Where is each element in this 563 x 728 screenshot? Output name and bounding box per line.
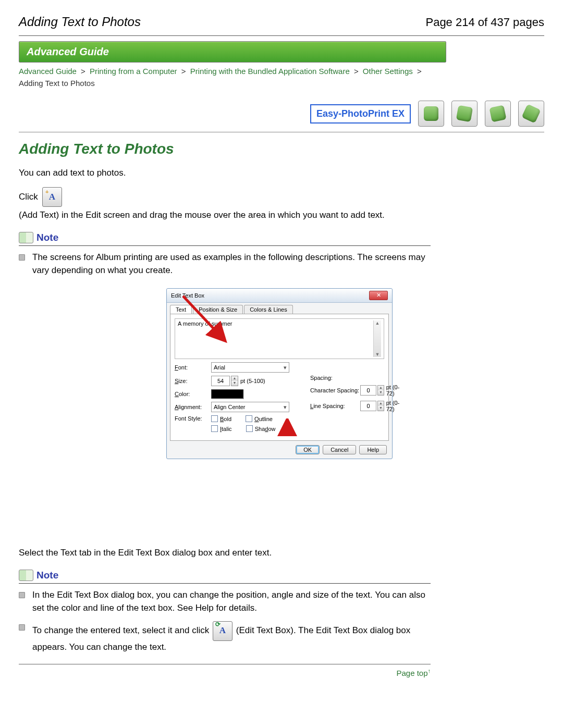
easy-photoprint-ex-badge: Easy-PhotoPrint EX [310,104,411,124]
breadcrumb-other-settings[interactable]: Other Settings [363,67,413,76]
note-title: Note [36,232,58,243]
chevron-down-icon: ▾ [284,404,287,411]
size-label: Size: [175,378,211,384]
scroll-down-icon[interactable]: ▼ [375,352,380,357]
breadcrumb-printing-from-computer[interactable]: Printing from a Computer [90,67,177,76]
chevron-right-icon: > [79,67,88,76]
chevron-down-icon: ▾ [284,364,287,371]
top-rule [19,35,544,36]
decorative-tile-icon [485,101,511,127]
chevron-right-icon: > [415,67,424,76]
dialog-title: Edit Text Box [171,292,204,299]
after-screenshot-text: Select the Text tab in the Edit Text Box… [19,548,431,558]
font-select[interactable]: Arial ▾ [211,362,289,373]
close-button[interactable]: ✕ [369,291,388,300]
size-step-buttons[interactable]: ▲▼ [231,376,238,386]
cancel-button[interactable]: Cancel [323,445,356,454]
click-suffix: (Add Text) in the Edit screen and drag t… [19,210,385,220]
help-button[interactable]: Help [359,445,387,454]
page-title: Adding Text to Photos [19,15,141,29]
embedded-screenshot: Edit Text Box ✕ Text Position & Size Col… [19,288,431,538]
font-value: Arial [214,364,225,371]
char-spacing-step-buttons[interactable]: ▲▼ [377,385,384,396]
outline-checkbox[interactable]: Outline [246,415,273,422]
font-label: Font: [175,364,211,371]
size-unit: pt (5-100) [240,378,265,384]
note2-item2-pre: To change the entered text, select it an… [32,625,209,635]
scroll-up-icon[interactable]: ▲ [375,320,380,326]
section-heading: Adding Text to Photos [19,141,544,157]
page-top-link[interactable]: Page top↑ [396,669,431,677]
italic-checkbox[interactable]: Italic [211,425,232,432]
note2-item1: In the Edit Text Box dialog box, you can… [32,589,431,614]
tab-colors-lines[interactable]: Colors & Lines [244,305,293,314]
ok-button[interactable]: OK [296,445,320,454]
chevron-right-icon: > [179,67,188,76]
tab-text[interactable]: Text [170,305,192,314]
breadcrumb: Advanced Guide > Printing from a Compute… [19,66,431,89]
char-spacing-unit: pt (0-72) [386,384,405,397]
click-instruction: Click A (Add Text) in the Edit screen an… [19,187,431,220]
scrollbar[interactable]: ▲ ▼ [373,320,381,357]
product-strip: Easy-PhotoPrint EX [19,101,544,132]
edit-text-box-icon: A [213,621,232,641]
shadow-checkbox[interactable]: Shadow [246,425,276,432]
breadcrumb-advanced-guide[interactable]: Advanced Guide [19,67,77,76]
color-label: Color: [175,391,211,397]
bold-checkbox[interactable]: Bold [211,415,231,422]
chevron-right-icon: > [352,67,361,76]
line-spacing-label: Line Spacing: [310,403,360,409]
intro-text: You can add text to photos. [19,168,431,178]
char-spacing-label: Character Spacing: [310,387,360,393]
arrow-up-icon: ↑ [428,668,431,674]
line-spacing-step-buttons[interactable]: ▲▼ [377,401,384,411]
note2-title: Note [36,570,58,581]
breadcrumb-current: Adding Text to Photos [19,79,95,88]
char-spacing-stepper[interactable]: 0 [360,385,377,396]
line-spacing-unit: pt (0-72) [386,400,405,412]
note2-list: In the Edit Text Box dialog box, you can… [19,589,431,653]
advanced-guide-banner: Advanced Guide [19,41,446,63]
page-top-text: Page top [396,669,427,677]
breadcrumb-bundled-software[interactable]: Printing with the Bundled Application So… [190,67,350,76]
alignment-value: Align Center [214,404,246,410]
note2-heading: Note [19,570,431,584]
alignment-label: Alignment: [175,404,211,410]
edit-text-box-dialog: Edit Text Box ✕ Text Position & Size Col… [166,288,393,459]
text-value: A memory of summer [178,320,232,357]
page-number: Page 214 of 437 pages [425,16,544,29]
decorative-tile-icon [518,101,544,127]
note-icon [19,570,33,581]
click-prefix: Click [19,192,38,202]
note2-item2: To change the entered text, select it an… [32,621,431,654]
dialog-tabs: Text Position & Size Colors & Lines [167,303,392,314]
line-spacing-stepper[interactable]: 0 [360,401,377,411]
decorative-tile-icon [451,101,478,127]
tab-position-size[interactable]: Position & Size [193,305,243,314]
note-list: The screens for Album printing are used … [19,251,431,277]
spacing-heading: Spacing: [310,375,405,381]
size-stepper[interactable]: 54 [211,376,230,386]
decorative-tile-icon [418,101,444,127]
font-style-label: Font Style: [175,415,211,422]
add-text-icon: A [42,187,62,207]
color-swatch[interactable] [211,389,243,399]
note-icon [19,232,33,243]
alignment-select[interactable]: Align Center ▾ [211,402,289,412]
text-input[interactable]: A memory of summer ▲ ▼ [175,318,384,359]
note-heading: Note [19,232,431,246]
note-item: The screens for Album printing are used … [32,251,431,277]
